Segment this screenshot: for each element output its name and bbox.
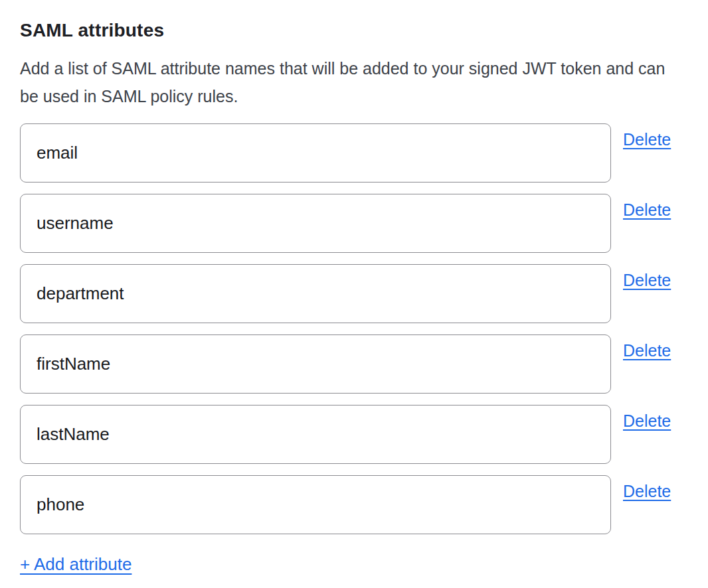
attribute-name-input[interactable] xyxy=(20,475,611,534)
delete-attribute-link[interactable]: Delete xyxy=(623,411,671,431)
delete-attribute-link[interactable]: Delete xyxy=(623,481,671,501)
delete-attribute-link[interactable]: Delete xyxy=(623,129,671,149)
section-description: Add a list of SAML attribute names that … xyxy=(20,54,687,110)
page-title: SAML attributes xyxy=(20,19,688,42)
attribute-name-input[interactable] xyxy=(20,123,611,183)
attribute-row: Delete xyxy=(20,334,688,394)
saml-attributes-section: SAML attributes Add a list of SAML attri… xyxy=(0,0,708,588)
delete-attribute-link[interactable]: Delete xyxy=(623,340,671,360)
attribute-row: Delete xyxy=(20,123,688,183)
delete-attribute-link[interactable]: Delete xyxy=(623,270,671,290)
attribute-row: Delete xyxy=(20,264,688,323)
attribute-name-input[interactable] xyxy=(20,405,611,464)
attribute-name-input[interactable] xyxy=(20,264,611,323)
delete-attribute-link[interactable]: Delete xyxy=(623,200,671,220)
add-attribute-link[interactable]: + Add attribute xyxy=(20,553,132,575)
attribute-row: Delete xyxy=(20,194,688,253)
attribute-name-input[interactable] xyxy=(20,334,611,394)
attribute-row: Delete xyxy=(20,475,688,534)
attribute-row: Delete xyxy=(20,405,688,464)
attribute-name-input[interactable] xyxy=(20,194,611,253)
attribute-list: Delete Delete Delete Delete Delete Delet… xyxy=(20,123,688,534)
